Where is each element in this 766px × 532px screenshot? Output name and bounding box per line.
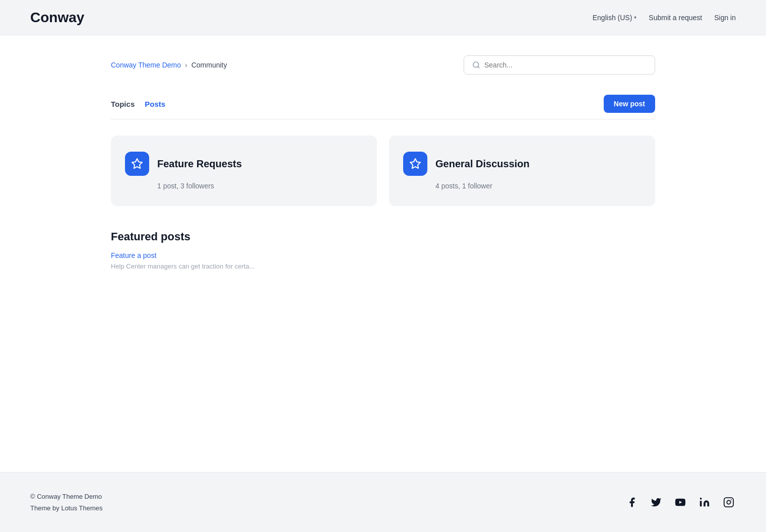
featured-posts-title: Featured posts: [111, 230, 655, 243]
breadcrumb: Conway Theme Demo › Community: [111, 61, 227, 69]
svg-point-6: [700, 498, 702, 500]
tabs-row: Topics Posts New post: [111, 95, 655, 119]
svg-rect-5: [700, 501, 702, 506]
breadcrumb-separator: ›: [185, 61, 187, 69]
footer-social: [625, 495, 736, 509]
language-selector[interactable]: English (US) ▾: [593, 14, 637, 22]
topics-grid: Feature Requests 1 post, 3 followers Gen…: [111, 136, 655, 206]
tab-posts[interactable]: Posts: [145, 100, 165, 108]
linkedin-icon[interactable]: [697, 495, 712, 509]
site-logo[interactable]: Conway: [30, 10, 84, 26]
topic-title-feature-requests: Feature Requests: [157, 158, 242, 170]
feature-a-post-link[interactable]: Feature a post: [111, 251, 655, 259]
breadcrumb-current: Community: [191, 61, 227, 69]
search-icon: [472, 61, 480, 69]
breadcrumb-home-link[interactable]: Conway Theme Demo: [111, 61, 181, 69]
sign-in-link[interactable]: Sign in: [714, 14, 736, 22]
submit-request-link[interactable]: Submit a request: [649, 14, 702, 22]
facebook-icon[interactable]: [625, 495, 639, 509]
new-post-button[interactable]: New post: [604, 95, 655, 113]
header-nav: English (US) ▾ Submit a request Sign in: [593, 14, 736, 22]
svg-marker-2: [132, 159, 142, 168]
footer-theme-credit: Theme by Lotus Themes: [30, 504, 103, 512]
star-icon: [409, 158, 421, 170]
footer-left: © Conway Theme Demo Theme by Lotus Theme…: [30, 493, 103, 512]
topic-card-general-discussion[interactable]: General Discussion 4 posts, 1 follower: [389, 136, 655, 206]
topic-title-general-discussion: General Discussion: [435, 158, 530, 170]
topic-card-header: Feature Requests: [125, 152, 363, 176]
topic-icon-feature-requests: [125, 152, 149, 176]
featured-posts-description: Help Center managers can get traction fo…: [111, 262, 655, 270]
svg-line-1: [478, 66, 479, 68]
instagram-icon[interactable]: [722, 495, 736, 509]
site-footer: © Conway Theme Demo Theme by Lotus Theme…: [0, 472, 766, 532]
svg-rect-7: [724, 498, 733, 507]
youtube-icon[interactable]: [673, 495, 687, 509]
search-box[interactable]: [464, 55, 655, 75]
footer-copyright: © Conway Theme Demo: [30, 493, 103, 500]
svg-marker-3: [410, 159, 420, 168]
star-icon: [131, 158, 143, 170]
tabs: Topics Posts: [111, 100, 165, 108]
site-header: Conway English (US) ▾ Submit a request S…: [0, 0, 766, 35]
featured-posts-section: Featured posts Feature a post Help Cente…: [111, 230, 655, 270]
topic-meta-general-discussion: 4 posts, 1 follower: [403, 182, 641, 190]
topic-card-header-general: General Discussion: [403, 152, 641, 176]
search-input[interactable]: [484, 61, 647, 69]
language-label: English (US): [593, 14, 632, 22]
topic-icon-general-discussion: [403, 152, 427, 176]
tab-topics[interactable]: Topics: [111, 100, 135, 108]
chevron-down-icon: ▾: [634, 15, 636, 20]
topic-meta-feature-requests: 1 post, 3 followers: [125, 182, 363, 190]
twitter-icon[interactable]: [649, 495, 663, 509]
top-row: Conway Theme Demo › Community: [111, 55, 655, 75]
topic-card-feature-requests[interactable]: Feature Requests 1 post, 3 followers: [111, 136, 377, 206]
